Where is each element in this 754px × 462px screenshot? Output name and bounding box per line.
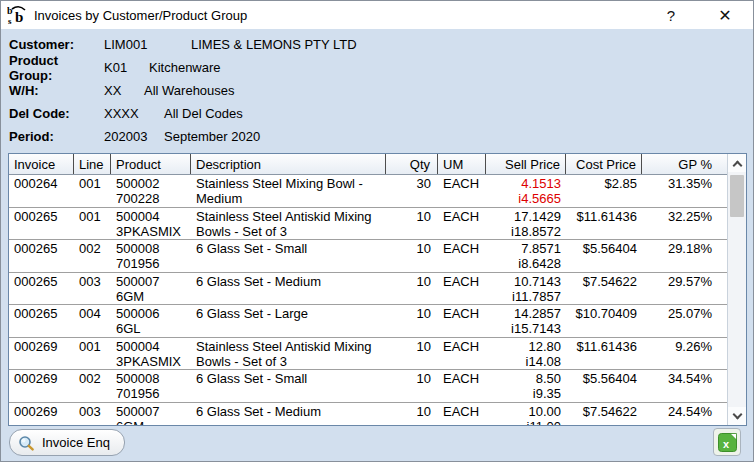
svg-text:x: x	[723, 438, 730, 450]
table-row[interactable]: 0002690015000043PKASMIXStainless Steel A…	[9, 338, 727, 371]
column-header-gp[interactable]: GP %	[642, 154, 725, 174]
cell-gp: 25.07%	[642, 305, 725, 337]
cell-cost: $11.61436	[566, 338, 642, 370]
table-row[interactable]: 000264001500002700228Stainless Steel Mix…	[9, 175, 727, 208]
cell-description: Stainless Steel Antiskid MixingBowls - S…	[191, 338, 386, 370]
filter-description: All Warehouses	[144, 83, 235, 98]
cell-gp: 34.54%	[642, 370, 725, 402]
magnifier-icon	[18, 435, 35, 451]
cell-invoice: 000269	[9, 370, 74, 402]
scrollbar-track[interactable]	[728, 172, 746, 407]
cell-line: 004	[74, 305, 111, 337]
invoice-enq-label: Invoice Enq	[42, 435, 110, 450]
cell-qty: 10	[386, 273, 438, 305]
cell-gp: 9.26%	[642, 338, 725, 370]
column-header-sell[interactable]: Sell Price	[486, 154, 566, 174]
svg-text:b: b	[15, 9, 23, 25]
cell-um: EACH	[438, 305, 486, 337]
window-title: Invoices by Customer/Product Group	[34, 8, 247, 23]
app-logo-icon: b s b	[7, 5, 27, 25]
cell-invoice: 000265	[9, 240, 74, 272]
table-row[interactable]: 0002650045000066GL6 Glass Set - Large10E…	[9, 305, 727, 338]
filter-label: Period:	[9, 129, 104, 144]
table-row[interactable]: 0002650015000043PKASMIXStainless Steel A…	[9, 208, 727, 241]
cell-gp: 29.18%	[642, 240, 725, 272]
column-header-line[interactable]: Line	[74, 154, 111, 174]
filter-description: LIMES & LEMONS PTY LTD	[191, 37, 357, 52]
table-row[interactable]: 0002690035000076GM6 Glass Set - Medium10…	[9, 403, 727, 426]
filter-description: All Del Codes	[164, 106, 243, 121]
cell-gp: 32.25%	[642, 208, 725, 240]
cell-description: 6 Glass Set - Small	[191, 240, 386, 272]
scroll-up-button[interactable]	[728, 154, 746, 172]
column-header-invoice[interactable]: Invoice	[9, 154, 74, 174]
cell-qty: 10	[386, 240, 438, 272]
help-button[interactable]: ?	[649, 1, 693, 29]
column-header-description[interactable]: Description	[191, 154, 386, 174]
column-header-qty[interactable]: Qty	[386, 154, 438, 174]
cell-qty: 10	[386, 370, 438, 402]
filter-code: XX	[104, 83, 144, 98]
filter-code: K01	[104, 60, 149, 75]
invoices-dialog: b s b Invoices by Customer/Product Group…	[0, 0, 754, 462]
cell-line: 001	[74, 208, 111, 240]
cell-invoice: 000269	[9, 338, 74, 370]
filter-label: W/H:	[9, 83, 104, 98]
cell-sell: 12.80i14.08	[486, 338, 566, 370]
title-bar[interactable]: b s b Invoices by Customer/Product Group…	[1, 1, 753, 29]
cell-cost: $10.70409	[566, 305, 642, 337]
filter-label: Del Code:	[9, 106, 104, 121]
cell-description: 6 Glass Set - Medium	[191, 273, 386, 305]
cell-cost: $5.56404	[566, 370, 642, 402]
cell-qty: 10	[386, 403, 438, 426]
cell-um: EACH	[438, 175, 486, 207]
column-header-um[interactable]: UM	[438, 154, 486, 174]
cell-um: EACH	[438, 208, 486, 240]
cell-invoice: 000264	[9, 175, 74, 207]
table-row[interactable]: 0002650035000076GM6 Glass Set - Medium10…	[9, 273, 727, 306]
table-row[interactable]: 0002690025000087019566 Glass Set - Small…	[9, 370, 727, 403]
export-excel-button[interactable]: x	[713, 428, 741, 456]
vertical-scrollbar[interactable]	[727, 154, 746, 425]
cell-line: 002	[74, 240, 111, 272]
cell-cost: $11.61436	[566, 208, 642, 240]
filter-row: Period:202003September 2020	[9, 125, 745, 148]
scroll-down-button[interactable]	[728, 407, 746, 425]
cell-sell: 4.1513i4.5665	[486, 175, 566, 207]
cell-cost: $5.56404	[566, 240, 642, 272]
table-row[interactable]: 0002650025000087019566 Glass Set - Small…	[9, 240, 727, 273]
cell-invoice: 000269	[9, 403, 74, 426]
cell-line: 001	[74, 338, 111, 370]
filter-row: Product Group:K01Kitchenware	[9, 56, 745, 79]
cell-um: EACH	[438, 403, 486, 426]
cell-sell: 8.50i9.35	[486, 370, 566, 402]
invoice-grid: InvoiceLineProductDescriptionQtyUMSell P…	[8, 153, 747, 426]
close-button[interactable]: ✕	[703, 1, 747, 29]
footer-bar: Invoice Enq x	[1, 425, 753, 461]
filter-label: Product Group:	[9, 53, 104, 83]
cell-product: 5000043PKASMIX	[111, 338, 191, 370]
cell-description: Stainless Steel Antiskid MixingBowls - S…	[191, 208, 386, 240]
filter-code: XXXX	[104, 106, 164, 121]
filter-row: W/H:XXAll Warehouses	[9, 79, 745, 102]
column-header-product[interactable]: Product	[111, 154, 191, 174]
cell-product: 5000043PKASMIX	[111, 208, 191, 240]
cell-sell: 10.00i11.00	[486, 403, 566, 426]
cell-qty: 30	[386, 175, 438, 207]
grid-body: 000264001500002700228Stainless Steel Mix…	[9, 175, 727, 425]
cell-product: 500008701956	[111, 370, 191, 402]
cell-cost: $7.54622	[566, 273, 642, 305]
svg-text:s: s	[8, 16, 12, 25]
cell-cost: $2.85	[566, 175, 642, 207]
chevron-up-icon	[732, 160, 742, 170]
column-header-cost[interactable]: Cost Price	[566, 154, 642, 174]
cell-cost: $7.54622	[566, 403, 642, 426]
cell-qty: 10	[386, 338, 438, 370]
cell-product: 500002700228	[111, 175, 191, 207]
cell-um: EACH	[438, 338, 486, 370]
scrollbar-thumb[interactable]	[730, 175, 744, 217]
cell-sell: 17.1429i18.8572	[486, 208, 566, 240]
cell-gp: 31.35%	[642, 175, 725, 207]
cell-line: 003	[74, 273, 111, 305]
invoice-enq-button[interactable]: Invoice Enq	[9, 429, 125, 456]
